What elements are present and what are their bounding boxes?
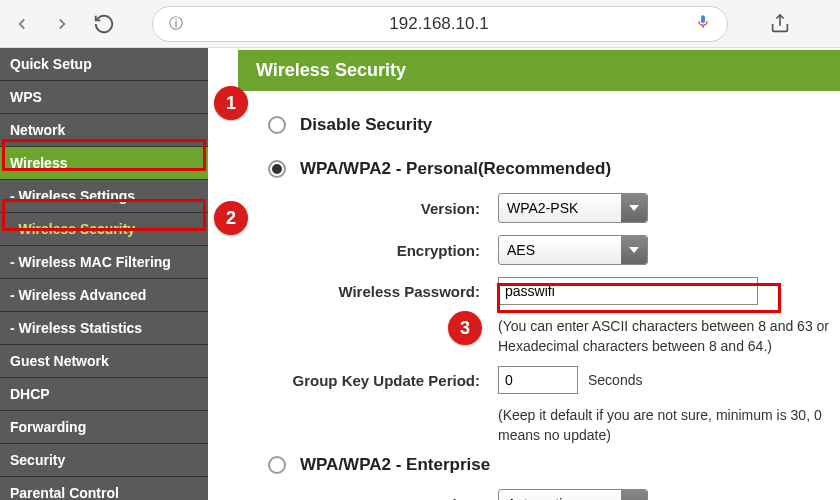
sidebar-item-security[interactable]: Security xyxy=(0,444,208,477)
sidebar-item-wireless-security[interactable]: - Wireless Security xyxy=(0,213,208,246)
sidebar-item-parental[interactable]: Parental Control xyxy=(0,477,208,500)
wireless-password-input[interactable] xyxy=(498,277,758,305)
encryption-label: Encryption: xyxy=(268,242,498,259)
address-bar[interactable]: ⓘ 192.168.10.1 xyxy=(152,6,728,42)
password-help: (You can enter ASCII characters between … xyxy=(498,317,840,356)
wpa-enterprise-label: WPA/WPA2 - Enterprise xyxy=(300,455,490,475)
page-title: Wireless Security xyxy=(238,50,840,91)
sidebar-item-wireless-advanced[interactable]: - Wireless Advanced xyxy=(0,279,208,312)
sidebar-nav: Quick Setup WPS Network Wireless - Wirel… xyxy=(0,48,208,500)
back-button[interactable] xyxy=(8,10,36,38)
browser-toolbar: ⓘ 192.168.10.1 xyxy=(0,0,840,48)
reload-button[interactable] xyxy=(88,8,120,40)
radio-wpa-personal[interactable] xyxy=(268,160,286,178)
encryption-select[interactable]: AES xyxy=(498,235,648,265)
gkup-help: (Keep it default if you are not sure, mi… xyxy=(498,406,840,445)
disable-security-option[interactable]: Disable Security xyxy=(268,115,840,135)
radio-disable[interactable] xyxy=(268,116,286,134)
sidebar-item-network[interactable]: Network xyxy=(0,114,208,147)
version-label: Version: xyxy=(268,200,498,217)
ent-version-value: Automatic xyxy=(507,496,569,500)
sidebar-item-quicksetup[interactable]: Quick Setup xyxy=(0,48,208,81)
sidebar-item-wps[interactable]: WPS xyxy=(0,81,208,114)
sidebar-item-wireless-settings[interactable]: - Wireless Settings xyxy=(0,180,208,213)
share-button[interactable] xyxy=(760,8,800,40)
wpa-personal-option[interactable]: WPA/WPA2 - Personal(Recommended) xyxy=(268,159,840,179)
info-icon: ⓘ xyxy=(169,15,183,33)
sidebar-item-wireless-mac[interactable]: - Wireless MAC Filtering xyxy=(0,246,208,279)
password-label: Wireless Password: xyxy=(268,283,498,300)
gkup-input[interactable] xyxy=(498,366,578,394)
gkup-unit: Seconds xyxy=(588,372,642,388)
sidebar-item-wireless-statistics[interactable]: - Wireless Statistics xyxy=(0,312,208,345)
sidebar-item-dhcp[interactable]: DHCP xyxy=(0,378,208,411)
chevron-down-icon xyxy=(621,236,647,264)
encryption-value: AES xyxy=(507,242,535,258)
sidebar-item-wireless[interactable]: Wireless xyxy=(0,147,208,180)
chevron-down-icon xyxy=(621,194,647,222)
sidebar-item-guest[interactable]: Guest Network xyxy=(0,345,208,378)
chevron-down-icon xyxy=(621,490,647,500)
wpa-personal-label: WPA/WPA2 - Personal(Recommended) xyxy=(300,159,611,179)
forward-button[interactable] xyxy=(48,10,76,38)
version-select[interactable]: WPA2-PSK xyxy=(498,193,648,223)
version-value: WPA2-PSK xyxy=(507,200,578,216)
sidebar-item-forwarding[interactable]: Forwarding xyxy=(0,411,208,444)
mic-icon[interactable] xyxy=(695,12,711,36)
gkup-label: Group Key Update Period: xyxy=(268,372,498,389)
more-icon[interactable] xyxy=(812,8,832,40)
content-pane: Wireless Security Disable Security WPA/W… xyxy=(208,48,840,500)
ent-version-label: Version: xyxy=(268,496,498,500)
ent-version-select[interactable]: Automatic xyxy=(498,489,648,500)
radio-wpa-enterprise[interactable] xyxy=(268,456,286,474)
url-text: 192.168.10.1 xyxy=(191,14,687,34)
wpa-enterprise-option[interactable]: WPA/WPA2 - Enterprise xyxy=(268,455,840,475)
disable-label: Disable Security xyxy=(300,115,432,135)
